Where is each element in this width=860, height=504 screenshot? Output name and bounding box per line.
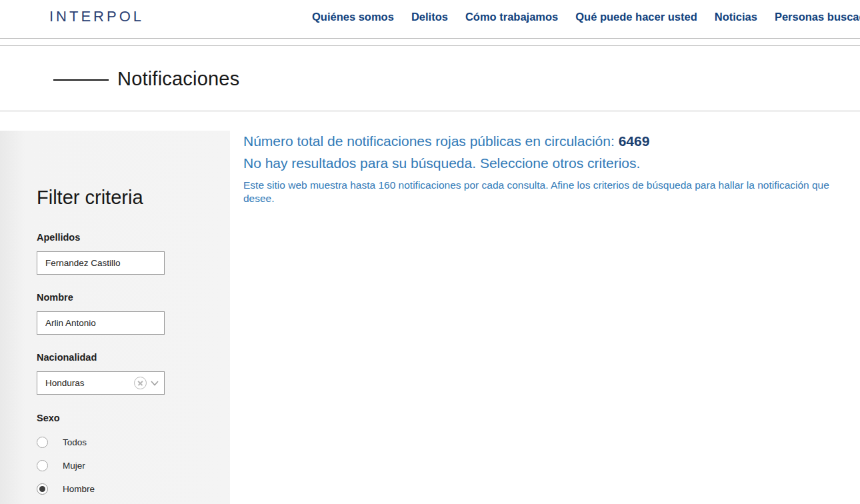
title-dash-rule	[53, 79, 109, 81]
sexo-radio[interactable]: Mujer	[37, 459, 85, 472]
page-title: Notificaciones	[117, 68, 239, 90]
sexo-label: Sexo	[37, 413, 60, 423]
results-area: Número total de notificaciones rojas púb…	[243, 133, 843, 205]
results-limit-hint: Este sitio web muestra hasta 160 notific…	[243, 179, 843, 205]
nombre-input[interactable]	[37, 311, 165, 335]
nav-que-puede-hacer-usted[interactable]: Qué puede hacer usted	[575, 9, 697, 24]
top-header: INTERPOL Quiénes somos Delitos Cómo trab…	[0, 0, 860, 39]
sexo-radio[interactable]: Hombre	[37, 482, 95, 495]
page-title-band: Notificaciones	[0, 45, 860, 111]
sexo-radio[interactable]: Todos	[37, 435, 87, 449]
apellidos-input[interactable]	[37, 251, 165, 275]
interpol-logo[interactable]: INTERPOL	[49, 8, 144, 25]
nav-quienes-somos[interactable]: Quiénes somos	[312, 9, 394, 24]
radio-label-mujer: Mujer	[63, 461, 85, 471]
radio-label-todos: Todos	[63, 437, 87, 447]
radio-icon	[37, 483, 48, 495]
clear-selection-icon[interactable]	[134, 377, 147, 389]
nacionalidad-select[interactable]: Honduras	[37, 371, 165, 395]
filter-panel: Filter criteria Apellidos Nombre Naciona…	[0, 131, 230, 504]
filter-heading: Filter criteria	[37, 187, 143, 209]
radio-label-hombre: Hombre	[63, 484, 95, 494]
radio-icon	[37, 460, 48, 471]
nombre-label: Nombre	[37, 292, 73, 303]
nacionalidad-label: Nacionalidad	[37, 352, 97, 363]
nav-noticias[interactable]: Noticias	[715, 9, 757, 24]
radio-icon	[37, 437, 48, 448]
total-notices-text: Número total de notificaciones rojas púb…	[243, 133, 619, 149]
chevron-down-icon[interactable]	[151, 381, 159, 386]
total-notices-line: Número total de notificaciones rojas púb…	[243, 133, 843, 150]
main-navigation: Quiénes somos Delitos Cómo trabajamos Qu…	[312, 9, 860, 24]
nav-personas-buscadas[interactable]: Personas buscadas	[775, 9, 860, 24]
nacionalidad-selected-value: Honduras	[45, 378, 134, 388]
no-results-message: No hay resultados para su búsqueda. Sele…	[243, 155, 843, 172]
apellidos-label: Apellidos	[37, 232, 80, 243]
nav-como-trabajamos[interactable]: Cómo trabajamos	[465, 9, 558, 24]
nav-delitos[interactable]: Delitos	[411, 9, 448, 24]
total-notices-count: 6469	[619, 133, 650, 149]
